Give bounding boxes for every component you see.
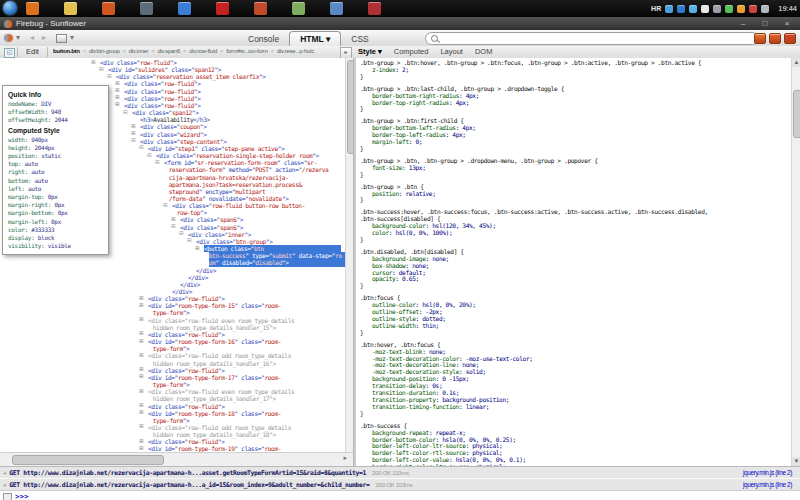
breadcrumb-item[interactable]: button.btn xyxy=(52,48,81,54)
tab-css[interactable]: CSS xyxy=(341,32,378,46)
scrollbar-thumb[interactable] xyxy=(793,90,800,138)
firefox-icon[interactable] xyxy=(26,2,39,15)
expand-icon[interactable]: ⊞ xyxy=(115,101,119,108)
breadcrumb-item[interactable]: div.row-fluid xyxy=(188,48,218,54)
firebug-continue-button[interactable] xyxy=(769,33,781,44)
photo-thumbnail-icon[interactable] xyxy=(330,2,343,15)
tree-node[interactable]: ⊟<div id="sulidres" class="span12"> xyxy=(0,66,345,73)
expand-icon[interactable]: ⊞ xyxy=(139,316,143,323)
tree-node[interactable]: </div> xyxy=(0,281,345,288)
breadcrumb-item[interactable]: div.btn-group xyxy=(88,48,121,54)
tree-node[interactable]: om" disabled="disabled"> xyxy=(0,259,345,266)
css-property[interactable]: z-index: 2; xyxy=(360,67,713,74)
request-url[interactable]: GET http://www.dizajnlab.net/rezervacija… xyxy=(9,469,366,477)
tree-node[interactable]: ⊞<div class="row-fluid odd room_type_det… xyxy=(0,352,345,359)
tree-node[interactable]: ⊞<div id="room-type-form-15" class="room… xyxy=(0,302,345,309)
collapse-icon[interactable]: ⊟ xyxy=(147,152,151,159)
tray-icon-app-red[interactable] xyxy=(749,5,757,13)
tree-node[interactable]: ⊞<div id="room-type-form-16" class="room… xyxy=(0,338,345,345)
scrollbar-thumb[interactable] xyxy=(12,455,164,465)
collapse-icon[interactable]: ⊟ xyxy=(155,159,159,166)
expand-icon[interactable]: ⊞ xyxy=(139,338,143,345)
language-indicator[interactable]: HR xyxy=(651,5,661,12)
panel-caret-icon[interactable]: ▾ xyxy=(70,33,74,43)
collapse-icon[interactable]: ⊟ xyxy=(187,237,191,244)
scroll-up-icon[interactable]: ▲ xyxy=(792,58,800,67)
photo-thumbnail-icon[interactable] xyxy=(292,2,305,15)
css-property[interactable]: position: relative; xyxy=(360,191,713,198)
tree-node[interactable]: ⊞<div class="row-fluid"> xyxy=(0,295,345,302)
app-gray-icon[interactable] xyxy=(140,2,153,15)
tree-node[interactable]: type-form"> xyxy=(0,381,345,388)
scroll-right-icon[interactable]: ▸ xyxy=(343,454,347,462)
style-panel-vertical-scrollbar[interactable]: ▲ ▼ xyxy=(791,58,800,466)
expand-icon[interactable]: ⊞ xyxy=(91,59,95,66)
collapse-icon[interactable]: ⊟ xyxy=(179,230,183,237)
tree-node[interactable]: type-form"> xyxy=(0,417,345,424)
tree-node[interactable]: </div> xyxy=(0,288,345,295)
start-button[interactable] xyxy=(3,1,17,15)
css-property[interactable]: outline-width: thin; xyxy=(360,323,713,330)
forward-icon[interactable]: ▸ xyxy=(42,33,46,43)
tray-icon-caret[interactable] xyxy=(761,5,769,13)
tab-html[interactable]: HTML ▾ xyxy=(289,31,341,46)
tab-console[interactable]: Console xyxy=(238,32,289,46)
tree-node[interactable]: </div> xyxy=(0,274,345,281)
opera-icon[interactable] xyxy=(216,2,229,15)
firebug-close-button[interactable] xyxy=(784,33,796,44)
breadcrumb-item[interactable]: form#sr...ion-form xyxy=(225,48,269,54)
breadcrumb-item[interactable]: div.inner xyxy=(128,48,150,54)
side-tab-layout[interactable]: Layout xyxy=(440,47,463,56)
side-tab-computed[interactable]: Computed xyxy=(394,47,429,56)
inspect-icon[interactable]: ◱ xyxy=(4,48,15,58)
edit-button[interactable]: Edit xyxy=(22,47,43,56)
request-url[interactable]: GET http://www.dizajnlab.net/rezervacija… xyxy=(9,481,369,489)
tree-node[interactable]: hidden room_type_details_handler_18"> xyxy=(0,431,345,438)
tree-node[interactable]: ⊞<div class="row-fluid"> xyxy=(0,331,345,338)
collapse-icon[interactable]: ⊟ xyxy=(131,137,135,144)
collapse-icon[interactable]: ⊟ xyxy=(107,73,111,80)
firebug-menu-caret-icon[interactable]: ▾ xyxy=(16,33,20,43)
tray-icon-volume[interactable] xyxy=(713,5,721,13)
css-property[interactable]: opacity: 0.65; xyxy=(360,276,713,283)
expand-icon[interactable]: ⊞ xyxy=(139,373,143,380)
css-property[interactable]: color: hsl(0, 0%, 100%); xyxy=(360,230,713,237)
source-link[interactable]: jquery.min.js (line 2) xyxy=(743,479,792,490)
tree-node[interactable]: ⊞<div class="row-fluid even room_type_de… xyxy=(0,388,345,395)
collapse-icon[interactable]: ⊟ xyxy=(99,66,103,73)
collapse-icon[interactable]: ⊟ xyxy=(139,144,143,151)
close-button[interactable]: × xyxy=(780,18,794,29)
back-icon[interactable]: ◂ xyxy=(30,33,34,43)
search-input[interactable] xyxy=(441,33,755,45)
internet-explorer-icon[interactable] xyxy=(178,2,191,15)
tree-node[interactable]: type-form"> xyxy=(0,345,345,352)
app-orange-icon[interactable] xyxy=(102,2,115,15)
tree-node[interactable]: ⊞<div class="row-fluid"> xyxy=(0,367,345,374)
tray-icon-antivirus[interactable] xyxy=(725,5,733,13)
maximize-button[interactable]: □ xyxy=(758,18,772,29)
tree-node[interactable]: hidden room_type_details_handler_16"> xyxy=(0,360,345,367)
explorer-folder-icon[interactable] xyxy=(64,2,77,15)
tree-node[interactable]: hidden room_type_details_handler_17"> xyxy=(0,395,345,402)
command-line[interactable]: >>> xyxy=(0,490,800,500)
tray-icon-update[interactable] xyxy=(677,5,685,13)
css-property[interactable]: transition-timing-function: linear; xyxy=(360,404,713,411)
tray-icon-sync[interactable] xyxy=(689,5,697,13)
side-tab-style[interactable]: Style ▾ xyxy=(358,47,382,56)
collapse-icon[interactable]: ⊟ xyxy=(123,109,127,116)
tray-icon-app-orange[interactable] xyxy=(737,5,745,13)
breadcrumb-item[interactable]: div.rese...p-holc xyxy=(276,48,315,54)
tray-icon-flag[interactable] xyxy=(701,5,709,13)
tree-node[interactable]: ⊟<div class="reservation_asset_item clea… xyxy=(0,73,345,80)
expand-icon[interactable]: ⊞ xyxy=(139,423,143,430)
panel-layout-icon[interactable] xyxy=(56,34,67,43)
scroll-down-icon[interactable]: ▼ xyxy=(792,457,800,466)
breadcrumb-item[interactable]: div.span6 xyxy=(157,48,182,54)
expand-icon[interactable]: ⊞ xyxy=(195,245,199,252)
side-tab-dom[interactable]: DOM xyxy=(475,47,493,56)
tree-node[interactable]: ⊞<div id="room-type-form-18" class="room… xyxy=(0,410,345,417)
expand-icon[interactable]: + xyxy=(0,481,9,488)
css-property[interactable]: margin-left: 0; xyxy=(360,139,713,146)
css-property[interactable]: font-size: 13px; xyxy=(360,165,713,172)
tree-node[interactable]: ⊞<div class="row-fluid"> xyxy=(0,438,345,445)
